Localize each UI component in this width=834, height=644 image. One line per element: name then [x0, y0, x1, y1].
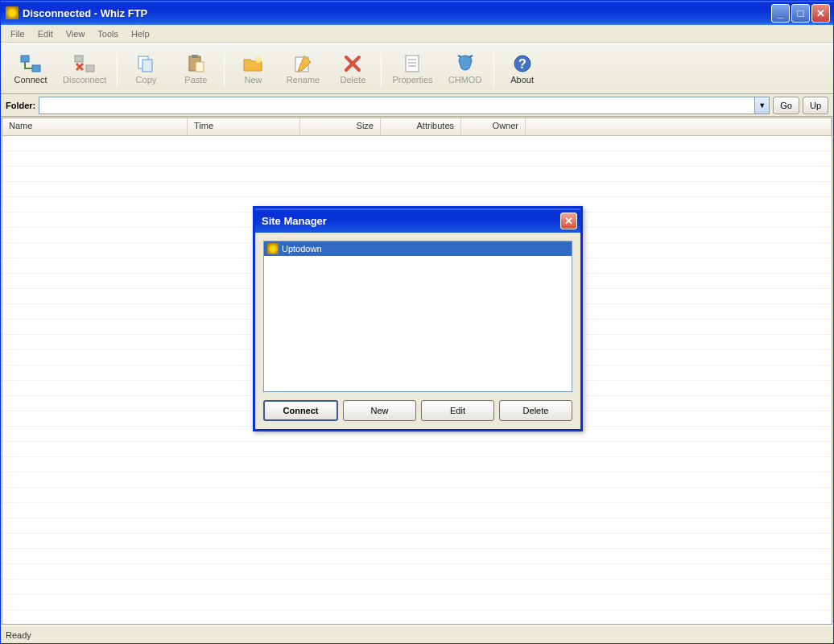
copy-button[interactable]: Copy [121, 46, 171, 91]
svg-rect-11 [406, 56, 419, 72]
folder-label: Folder: [6, 101, 35, 110]
col-spacer [526, 118, 832, 135]
svg-rect-2 [75, 56, 83, 62]
dialog-body: Uptodown [255, 233, 580, 400]
up-button[interactable]: Up [803, 97, 828, 114]
site-name: Uptodown [282, 244, 322, 254]
delete-button[interactable]: Delete [328, 46, 378, 91]
toolbar-separator [117, 49, 118, 88]
site-list[interactable]: Uptodown [263, 241, 572, 392]
menu-help[interactable]: Help [125, 27, 156, 40]
connect-icon [19, 52, 42, 75]
svg-rect-8 [196, 62, 204, 72]
dialog-close-button[interactable]: ✕ [560, 213, 577, 229]
toolbar-separator [493, 49, 494, 88]
dialog-buttons: Connect New Edit Delete [255, 400, 580, 429]
svg-rect-7 [192, 55, 198, 58]
menu-view[interactable]: View [60, 27, 92, 40]
dialog-titlebar: Site Manager ✕ [255, 208, 580, 233]
toolbar: Connect Disconnect Copy Paste New [1, 43, 833, 94]
new-button[interactable]: New [228, 46, 278, 91]
about-button[interactable]: ? About [498, 46, 547, 91]
connect-button[interactable]: Connect [6, 46, 56, 91]
copy-icon [134, 52, 157, 75]
folder-bar: Folder: ▼ Go Up [1, 94, 833, 117]
chmod-icon [454, 52, 477, 75]
close-button[interactable]: ✕ [811, 4, 830, 23]
col-name[interactable]: Name [2, 118, 188, 135]
svg-rect-5 [142, 60, 152, 72]
list-header: Name Time Size Attributes Owner [2, 118, 832, 136]
svg-rect-0 [21, 56, 29, 62]
paste-icon [184, 52, 207, 75]
col-time[interactable]: Time [188, 118, 300, 135]
menu-edit[interactable]: Edit [31, 27, 60, 40]
maximize-button[interactable]: □ [791, 4, 810, 23]
paste-button[interactable]: Paste [171, 46, 221, 91]
rename-button[interactable]: Rename [278, 46, 328, 91]
delete-icon [341, 52, 364, 75]
svg-point-9 [255, 56, 262, 63]
svg-rect-1 [32, 65, 40, 72]
svg-text:?: ? [518, 57, 526, 71]
dialog-connect-button[interactable]: Connect [263, 400, 338, 421]
about-icon: ? [511, 52, 534, 75]
toolbar-separator [224, 49, 225, 88]
go-button[interactable]: Go [773, 97, 799, 114]
disconnect-button[interactable]: Disconnect [56, 46, 114, 91]
site-manager-dialog: Site Manager ✕ Uptodown Connect New Edit… [253, 206, 583, 431]
menu-tools[interactable]: Tools [91, 27, 125, 40]
toolbar-separator [381, 49, 382, 88]
statusbar: Ready [1, 625, 833, 643]
status-text: Ready [6, 630, 31, 640]
svg-rect-3 [86, 65, 94, 72]
app-icon [6, 6, 19, 19]
minimize-button[interactable]: _ [771, 4, 790, 23]
properties-icon [401, 52, 423, 75]
new-folder-icon [242, 52, 264, 75]
col-owner[interactable]: Owner [461, 118, 526, 135]
properties-button[interactable]: Properties [385, 46, 440, 91]
site-item[interactable]: Uptodown [264, 242, 572, 256]
menu-file[interactable]: File [4, 27, 31, 40]
dropdown-arrow-icon[interactable]: ▼ [754, 97, 769, 114]
rename-icon [291, 52, 314, 75]
dialog-title: Site Manager [262, 215, 327, 227]
chmod-button[interactable]: CHMOD [440, 46, 490, 91]
window-title: Disconnected - Whiz FTP [23, 7, 770, 19]
site-icon [267, 243, 279, 254]
dialog-edit-button[interactable]: Edit [421, 400, 494, 421]
titlebar: Disconnected - Whiz FTP _ □ ✕ [1, 1, 833, 25]
menubar: File Edit View Tools Help [1, 25, 833, 43]
disconnect-icon [73, 52, 96, 75]
dialog-delete-button[interactable]: Delete [499, 400, 572, 421]
folder-combo[interactable]: ▼ [39, 97, 770, 114]
col-size[interactable]: Size [300, 118, 381, 135]
col-attributes[interactable]: Attributes [381, 118, 461, 135]
dialog-new-button[interactable]: New [343, 400, 416, 421]
